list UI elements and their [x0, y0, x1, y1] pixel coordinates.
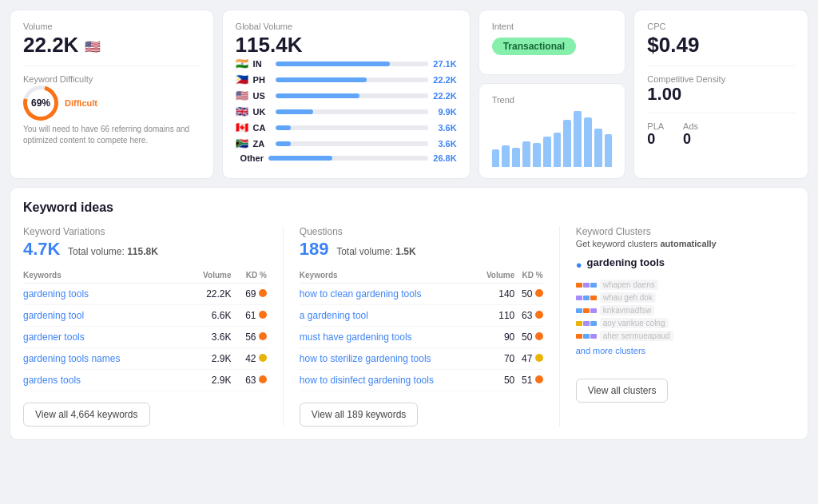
country-row: 🇨🇦 CA 3.6K [236, 121, 457, 133]
country-row: 🇬🇧 UK 9.9K [236, 105, 457, 117]
clusters-subtitle: Get keyword clusters automatically [576, 239, 795, 248]
country-code: UK [253, 107, 271, 117]
kd-dot [535, 354, 543, 362]
more-clusters-link[interactable]: and more clusters [576, 346, 795, 355]
keyword-cell[interactable]: must have gardening tools [300, 327, 478, 348]
table-row: gardening tool 6.6K 61 [23, 305, 267, 327]
list-item: aher sermueapaud [576, 331, 795, 341]
country-code: US [253, 91, 271, 101]
keyword-link[interactable]: must have gardening tools [300, 331, 412, 343]
volume-cell: 110 [477, 305, 514, 327]
volume-cell: 50 [477, 370, 514, 391]
color-bar [590, 283, 597, 288]
volume-cell: 2.9K [185, 348, 232, 370]
keyword-cell[interactable]: gardening tools names [23, 348, 185, 370]
clusters-column: Keyword Clusters Get keyword clusters au… [576, 226, 795, 427]
keyword-cell[interactable]: how to disinfect gardening tools [300, 370, 478, 391]
country-code: Other [240, 153, 264, 163]
color-bar [583, 321, 590, 326]
country-value: 22.2K [433, 75, 457, 85]
kd-cell: 50 [514, 327, 542, 348]
cluster-color-bars [576, 283, 597, 288]
trend-bar [512, 148, 520, 167]
keyword-link[interactable]: how to disinfect gardening tools [300, 375, 434, 386]
volume-cell: 70 [477, 348, 514, 370]
kd-cell: 50 [514, 284, 542, 305]
keyword-link[interactable]: gardening tools [23, 288, 89, 300]
intent-label: Intent [492, 22, 613, 31]
color-bar [583, 308, 590, 313]
view-all-clusters-button[interactable]: View all clusters [576, 379, 669, 403]
cluster-main-keyword: gardening tools [587, 256, 665, 268]
volume-label: Volume [23, 22, 201, 31]
country-bar [276, 109, 314, 114]
cpc-card: CPC $0.49 Competitive Density 1.00 PLA 0… [633, 10, 808, 179]
view-all-questions-button[interactable]: View all 189 keywords [300, 403, 419, 427]
country-code: ZA [253, 139, 271, 149]
keyword-cell[interactable]: how to clean gardening tools [300, 284, 478, 305]
country-bar-wrap [276, 62, 428, 66]
q-header-keywords: Keywords [300, 268, 478, 284]
list-item: aoy vankue colng [576, 318, 795, 328]
country-bar-wrap [276, 93, 428, 98]
keyword-cell[interactable]: gardener tools [23, 327, 185, 348]
keyword-link[interactable]: gardens tools [23, 375, 81, 386]
kd-dot [259, 354, 267, 362]
trend-card: Trend [478, 83, 626, 179]
country-bar-wrap [276, 109, 428, 114]
keyword-cell[interactable]: gardens tools [23, 370, 185, 391]
keyword-cell[interactable]: a gardening tool [300, 305, 478, 327]
country-bar [268, 156, 332, 161]
var-header-kd: KD % [231, 268, 266, 284]
keyword-link[interactable]: gardener tools [23, 331, 85, 343]
keyword-cell[interactable]: gardening tools [23, 284, 185, 305]
var-header-volume: Volume [185, 268, 232, 284]
volume-cell: 90 [477, 327, 514, 348]
country-bar [276, 125, 291, 130]
clusters-title: Keyword Clusters [576, 226, 795, 237]
keyword-link[interactable]: how to clean gardening tools [300, 288, 422, 300]
list-item: whapen daens [576, 280, 795, 290]
color-bar [583, 283, 590, 288]
kd-dot [535, 289, 543, 297]
keyword-cell[interactable]: gardening tool [23, 305, 185, 327]
kd-cell: 51 [514, 370, 542, 391]
table-row: gardens tools 2.9K 63 [23, 370, 267, 391]
country-row: 🇺🇸 US 22.2K [236, 89, 457, 101]
pla-label: PLA [647, 121, 664, 131]
country-bar [276, 141, 291, 146]
country-flag: 🇮🇳 [236, 58, 248, 69]
keyword-link[interactable]: gardening tools names [23, 353, 120, 364]
color-bar [590, 321, 597, 326]
list-item: whau geh dok [576, 292, 795, 303]
view-all-variations-button[interactable]: View all 4,664 keywords [23, 403, 150, 427]
country-bar-wrap [276, 125, 428, 130]
keyword-link[interactable]: gardening tool [23, 310, 84, 321]
country-row: 🇿🇦 ZA 3.6K [236, 137, 457, 149]
table-row: how to sterilize gardening tools 70 47 [300, 348, 543, 370]
country-bar [276, 93, 359, 98]
global-value: 115.4K [236, 33, 457, 58]
kd-dot [535, 332, 543, 340]
kd-dot [259, 375, 267, 383]
trend-bars [492, 111, 613, 167]
table-row: must have gardening tools 90 50 [300, 327, 543, 348]
color-bar [576, 296, 582, 300]
trend-bar [502, 145, 510, 167]
keyword-link[interactable]: how to sterilize gardening tools [300, 353, 431, 364]
kd-cell: 69 [231, 284, 266, 305]
country-list: 🇮🇳 IN 27.1K 🇵🇭 PH 22.2K 🇺🇸 US 22.2K 🇬🇧 U… [236, 58, 457, 163]
country-flag: 🇨🇦 [236, 121, 248, 133]
country-value: 9.9K [433, 107, 457, 117]
table-row: a gardening tool 110 63 [300, 305, 543, 327]
variations-column: Keyword Variations 4.7K Total volume: 11… [23, 226, 284, 427]
country-value: 22.2K [433, 91, 457, 101]
kd-difficulty: Difficult [65, 98, 97, 108]
comp-density-value: 1.00 [647, 84, 795, 105]
country-value: 3.6K [433, 139, 457, 149]
color-bar [583, 334, 590, 339]
trend-bar [605, 134, 613, 167]
kd-dot [259, 289, 267, 297]
keyword-link[interactable]: a gardening tool [300, 310, 368, 321]
keyword-cell[interactable]: how to sterilize gardening tools [300, 348, 478, 370]
